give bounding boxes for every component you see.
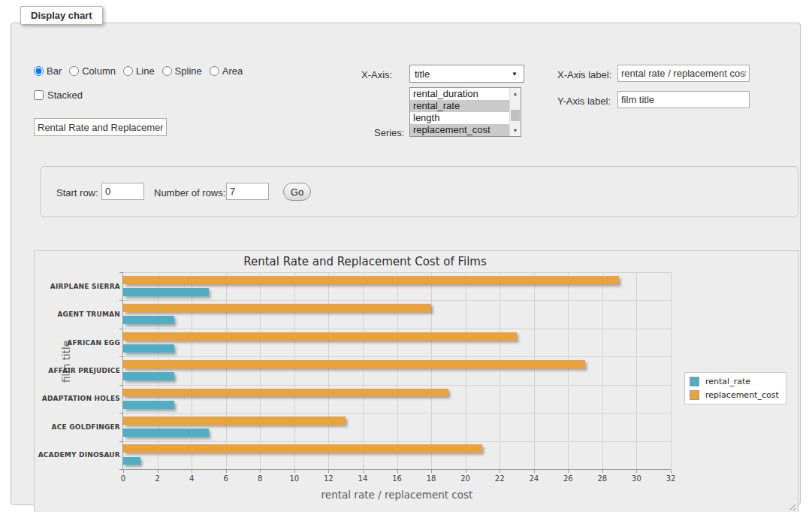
go-button[interactable]: Go [283, 183, 311, 201]
xtick-label: 4 [189, 474, 194, 483]
grid-v [466, 272, 466, 469]
chart-type-label: Line [136, 65, 155, 77]
cat-label: ACADEMY DINOSAUR [36, 451, 120, 459]
tickmark [363, 470, 364, 473]
xtick-label: 18 [427, 474, 436, 483]
grid-v [500, 272, 500, 469]
legend-swatch [690, 377, 699, 386]
legend-item-replacement_cost: replacement_cost [690, 390, 779, 400]
start-row-input[interactable] [101, 183, 144, 200]
radio-line[interactable] [123, 66, 133, 76]
chart-type-spline[interactable]: Spline [162, 65, 202, 77]
radio-spline[interactable] [162, 66, 172, 76]
chart-type-label: Area [222, 65, 243, 77]
xtick-label: 8 [258, 474, 262, 483]
series-option-rental_duration[interactable]: rental_duration [410, 88, 509, 100]
grid-h [123, 300, 671, 301]
bar [123, 304, 431, 312]
series-scrollbar[interactable]: ▲ ▼ [509, 88, 521, 136]
chart-type-label: Column [82, 65, 116, 77]
xtick-label: 6 [224, 474, 228, 483]
grid-v [328, 272, 329, 469]
stacked-checkbox[interactable] [34, 90, 44, 100]
bar [123, 457, 140, 465]
x-axis-select[interactable]: title ▼ [409, 65, 524, 83]
grid-h [123, 356, 671, 357]
bar [123, 444, 482, 453]
y-axis-label-field-label: Y-Axis label: [557, 95, 611, 107]
xtick-label: 28 [598, 474, 608, 483]
y-axis-label-input[interactable] [617, 91, 750, 108]
chart-type-column[interactable]: Column [69, 65, 116, 77]
tickmark [123, 470, 124, 473]
x-axis-label-input[interactable] [617, 65, 750, 82]
tickmark [226, 470, 227, 473]
cat-label: AIRPLANE SIERRA [36, 283, 120, 290]
grid-v [568, 272, 569, 469]
grid-v [226, 272, 227, 469]
cat-label: AGENT TRUMAN [36, 311, 120, 318]
radio-bar[interactable] [34, 66, 44, 76]
chevron-down-icon: ▼ [512, 71, 518, 77]
xtick-label: 16 [392, 474, 402, 483]
grid-v [431, 272, 432, 469]
grid-v [363, 272, 364, 469]
tickmark [568, 470, 569, 473]
x-axis-selected-value: title [415, 68, 430, 80]
tickmark [500, 470, 500, 473]
xtick-label: 0 [121, 474, 125, 483]
grid-v [192, 272, 192, 469]
radio-area[interactable] [210, 66, 219, 76]
stacked-row: Stacked [34, 89, 83, 101]
legend-item-rental_rate: rental_rate [690, 377, 779, 386]
num-rows-input[interactable] [226, 183, 269, 200]
grid-v [534, 272, 535, 469]
xtick-label: 14 [358, 474, 368, 483]
x-axis-label: X-Axis: [361, 69, 392, 80]
scrollbar-thumb[interactable] [511, 110, 520, 121]
xtick-label: 20 [460, 474, 470, 483]
chart-container: Rental Rate and Replacement Cost of Film… [34, 250, 798, 512]
tickmark [328, 470, 329, 473]
radio-column[interactable] [69, 66, 79, 76]
bar [123, 389, 448, 397]
scroll-down-icon[interactable]: ▼ [510, 125, 521, 136]
grid-h [123, 413, 671, 414]
grid-v [294, 272, 295, 469]
xtick-label: 30 [632, 474, 641, 483]
display-chart-panel: BarColumnLineSplineArea Stacked X-Axis: … [11, 23, 801, 505]
bar [123, 276, 619, 284]
cat-label: AFRICAN EGG [36, 339, 120, 347]
series-listbox[interactable]: rental_durationrental_ratelengthreplacem… [409, 87, 521, 137]
plot-area: 02468101214161820222426283032AIRPLANE SI… [35, 251, 798, 512]
tickmark [397, 470, 398, 473]
series-option-length[interactable]: length [410, 112, 509, 124]
bar [123, 360, 585, 368]
series-label: Series: [374, 127, 404, 138]
chart-type-area[interactable]: Area [210, 65, 243, 77]
page: BarColumnLineSplineArea Stacked X-Axis: … [0, 0, 812, 512]
legend-label: replacement_cost [705, 390, 779, 400]
chart-legend: rental_ratereplacement_cost [684, 372, 786, 404]
bar [123, 316, 174, 324]
tickmark [294, 470, 295, 473]
tickmark [466, 470, 466, 473]
chart-type-line[interactable]: Line [123, 65, 155, 77]
x-axis-label-field-label: X-Axis label: [557, 69, 611, 80]
tickmark [431, 470, 432, 473]
cat-label: ADAPTATION HOLES [36, 395, 120, 402]
scrollbar-track[interactable] [510, 99, 521, 125]
xtick-label: 2 [155, 474, 159, 483]
grid-v [158, 272, 158, 469]
series-option-replacement_cost[interactable]: replacement_cost [410, 124, 509, 136]
xtick-label: 12 [324, 474, 334, 483]
cat-label: ACE GOLDFINGER [36, 423, 120, 431]
series-option-rental_rate[interactable]: rental_rate [410, 100, 509, 112]
tickmark [260, 470, 261, 473]
grid-v [397, 272, 398, 469]
legend-label: rental_rate [705, 377, 750, 386]
chart-type-bar[interactable]: Bar [34, 65, 62, 77]
chart-title-input[interactable] [34, 118, 167, 136]
scroll-up-icon[interactable]: ▲ [510, 88, 521, 99]
tickmark [602, 470, 603, 473]
